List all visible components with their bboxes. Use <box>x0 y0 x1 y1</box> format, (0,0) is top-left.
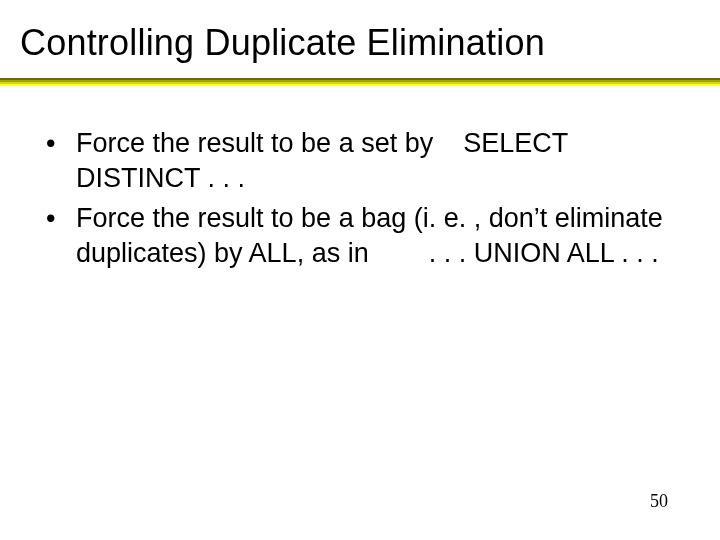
divider-rule <box>0 78 720 86</box>
list-item: Force the result to be a bag (i. e. , do… <box>40 201 680 270</box>
slide: Controlling Duplicate Elimination Force … <box>0 0 720 540</box>
page-number: 50 <box>650 491 668 512</box>
list-item: Force the result to be a set by SELECT D… <box>40 126 680 195</box>
slide-title: Controlling Duplicate Elimination <box>0 0 720 78</box>
slide-body: Force the result to be a set by SELECT D… <box>0 86 720 270</box>
bullet-list: Force the result to be a set by SELECT D… <box>40 126 680 270</box>
